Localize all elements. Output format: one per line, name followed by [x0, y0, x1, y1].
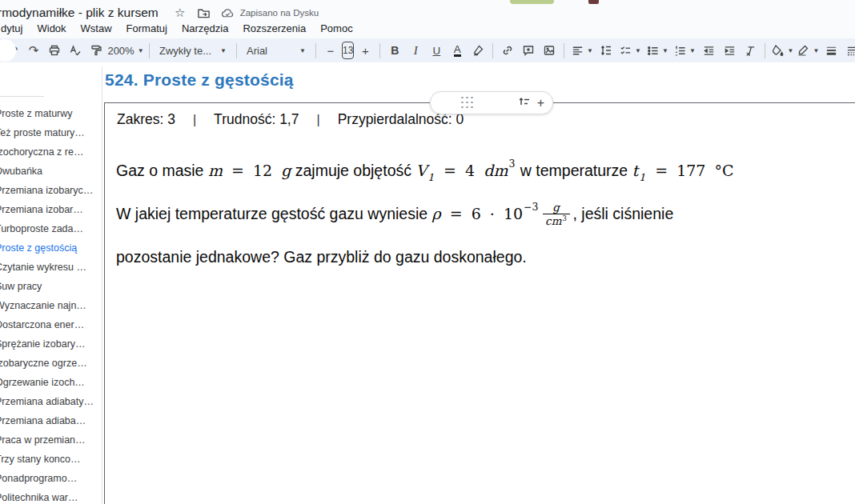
- page-left-edge: [102, 67, 102, 504]
- insert-link-button[interactable]: [498, 41, 517, 60]
- cutoff-tab-fragment-dark: [588, 0, 599, 4]
- menu-wstaw[interactable]: Wstaw: [74, 21, 119, 36]
- math-token: V: [415, 162, 427, 179]
- zoom-select[interactable]: 200%▼: [107, 41, 144, 60]
- stats-separator: |: [316, 113, 319, 127]
- checklist-button[interactable]: ▼: [617, 41, 643, 60]
- font-size-input[interactable]: 13: [342, 42, 354, 59]
- outline-item[interactable]: Czytanie wykresu …: [0, 258, 101, 277]
- math-token: = 4: [435, 162, 484, 179]
- increase-font-size-button[interactable]: +: [355, 41, 375, 60]
- table-drag-handle-icon[interactable]: [461, 97, 474, 110]
- math-token: −3: [524, 201, 538, 213]
- spellcheck-button[interactable]: [66, 41, 85, 60]
- outline-item[interactable]: Proste z maturwy: [0, 104, 101, 123]
- border-style-button[interactable]: [842, 41, 855, 60]
- math-token: dm: [484, 162, 508, 179]
- formatting-toolbar: ↶ ↷ 200%▼ Zwykły te...▼ Arial▼ − 13 + B …: [0, 38, 855, 62]
- outline-item[interactable]: Przemiana izobar…: [0, 200, 101, 219]
- chevron-down-icon: ▼: [587, 47, 593, 54]
- border-color-button[interactable]: ▼: [796, 41, 820, 60]
- menu-dytuj[interactable]: dytuj: [0, 21, 30, 36]
- text-color-button[interactable]: A: [448, 41, 467, 60]
- paragraph-style-select[interactable]: Zwykły te...▼: [155, 41, 231, 60]
- bold-button[interactable]: B: [385, 41, 404, 60]
- table-sort-icon[interactable]: [518, 96, 531, 110]
- menu-narzędzia[interactable]: Narzędzia: [175, 21, 236, 36]
- numbered-list-button[interactable]: ▼: [672, 41, 697, 60]
- menu-formatuj[interactable]: Formatuj: [119, 21, 175, 36]
- italic-button[interactable]: I: [406, 41, 425, 60]
- print-button[interactable]: [45, 41, 64, 60]
- outline-item[interactable]: Dwubańka: [0, 162, 101, 181]
- redo-button[interactable]: ↷: [24, 41, 43, 60]
- outline-item[interactable]: Turboproste zada…: [0, 219, 101, 238]
- document-title[interactable]: rmodynamiłke - plik z kursem: [0, 6, 159, 20]
- stats-separator: |: [193, 113, 196, 127]
- section-heading[interactable]: 524. Proste z gęstością: [105, 70, 294, 90]
- border-width-button[interactable]: [821, 41, 841, 60]
- table-add-button[interactable]: +: [537, 97, 544, 110]
- outline-list: Proste z maturwyTeż proste matury…Izocho…: [0, 104, 101, 504]
- menu-bar: dytujWidokWstawFormatujNarzędziaRozszerz…: [0, 21, 360, 36]
- math-fraction: gcm3: [543, 202, 570, 229]
- outline-item[interactable]: Trzy stany konco…: [0, 450, 101, 469]
- align-button[interactable]: ▼: [569, 41, 595, 60]
- problem-line: pozostanie jednakowe? Gaz przybliż do ga…: [116, 235, 841, 278]
- outline-item[interactable]: Suw pracy: [0, 277, 101, 296]
- outline-item[interactable]: Politechnika war…: [0, 488, 101, 504]
- outline-item[interactable]: Ogrzewanie izoch…: [0, 373, 101, 392]
- decrease-font-size-button[interactable]: −: [321, 41, 340, 60]
- outline-item[interactable]: Izochoryczna z re…: [0, 142, 101, 162]
- outline-item-active[interactable]: Proste z gęstością: [0, 238, 101, 258]
- outline-item[interactable]: Ponadprogramo…: [0, 469, 101, 488]
- menu-pomoc[interactable]: Pomoc: [313, 21, 359, 36]
- save-status[interactable]: Zapisano na Dysku: [221, 6, 319, 20]
- menu-rozszerzenia[interactable]: Rozszerzenia: [235, 21, 313, 36]
- outline-item[interactable]: Przemiana adiaba…: [0, 411, 101, 430]
- paint-format-button[interactable]: [86, 41, 106, 60]
- math-token: m: [208, 162, 223, 179]
- google-docs-window: { "header": { "title": "rmodynamiłke - p…: [0, 0, 855, 504]
- add-comment-button[interactable]: [519, 41, 538, 60]
- problem-text-run: w temperaturze: [516, 162, 632, 180]
- menu-widok[interactable]: Widok: [30, 21, 73, 36]
- bulleted-list-button[interactable]: ▼: [644, 41, 670, 60]
- insert-image-button[interactable]: [540, 41, 559, 60]
- problem-line: W jakiej temperaturze gęstość gazu wynie…: [116, 192, 841, 235]
- outline-item[interactable]: Dostarczona ener…: [0, 315, 101, 334]
- document-outline: Proste z maturwyTeż proste matury…Izocho…: [0, 94, 101, 504]
- cell-fill-color-button[interactable]: ▼: [770, 41, 794, 60]
- chevron-down-icon: ▼: [813, 47, 819, 54]
- app-header: rmodynamiłke - plik z kursem ☆ Zapisano …: [0, 0, 855, 38]
- cutoff-tab-fragment-green: [510, 0, 554, 4]
- outline-item[interactable]: Też proste matury…: [0, 123, 101, 142]
- increase-indent-button[interactable]: [720, 41, 739, 60]
- math-token: = 6 · 10: [441, 205, 523, 222]
- problem-text-run: pozostanie jednakowe? Gaz przybliż do ga…: [116, 248, 527, 266]
- chevron-down-icon: ▼: [787, 47, 793, 54]
- math-token: 1: [428, 171, 434, 183]
- outline-item[interactable]: Izobaryczne ogrze…: [0, 354, 101, 373]
- decrease-indent-button[interactable]: [699, 41, 718, 60]
- problem-text-run: , jeśli ciśnienie: [573, 205, 674, 223]
- underline-button[interactable]: U: [427, 41, 446, 60]
- highlight-color-button[interactable]: [468, 41, 488, 60]
- math-token: g: [281, 162, 291, 179]
- chevron-down-icon: ▼: [299, 47, 306, 54]
- problem-text[interactable]: Gaz o masie m = 12 g zajmuje objętość V1…: [116, 149, 841, 278]
- problem-line: Gaz o masie m = 12 g zajmuje objętość V1…: [116, 149, 841, 192]
- problem-text-run: zajmuje objętość: [291, 162, 415, 180]
- outline-item[interactable]: Wyznaczanie najn…: [0, 296, 101, 315]
- font-select[interactable]: Arial▼: [242, 41, 311, 60]
- save-status-label: Zapisano na Dysku: [240, 8, 319, 18]
- outline-item[interactable]: Sprężanie izobary…: [0, 334, 101, 354]
- clear-formatting-button[interactable]: [741, 41, 760, 60]
- outline-item[interactable]: Przemiana adiabaty…: [0, 392, 101, 411]
- move-folder-icon[interactable]: [197, 6, 211, 20]
- math-token: 3: [508, 158, 515, 170]
- outline-item[interactable]: Przemiana izobaryc…: [0, 181, 101, 200]
- line-spacing-button[interactable]: [596, 41, 616, 60]
- outline-item[interactable]: Praca w przemian…: [0, 430, 101, 450]
- star-icon[interactable]: ☆: [173, 6, 187, 20]
